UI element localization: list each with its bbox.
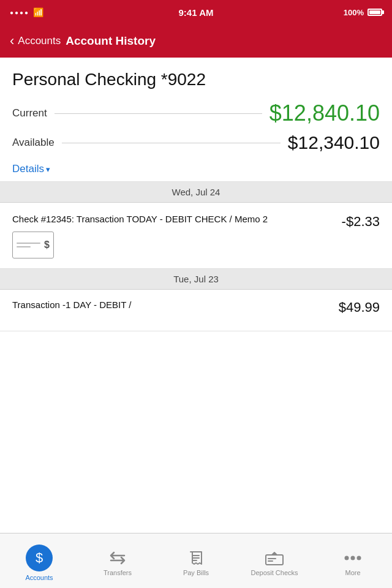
transaction-details: Check #12345: Transaction TODAY - DEBIT … xyxy=(12,213,342,258)
tab-pay-bills[interactable]: Pay Bills xyxy=(157,546,235,576)
dollar-icon: $ xyxy=(36,550,43,566)
tab-label-pay-bills: Pay Bills xyxy=(183,569,209,576)
signal-icon: ●●●● xyxy=(10,9,29,16)
available-amount: $12,340.10 xyxy=(288,132,380,153)
tab-label-more: More xyxy=(345,569,360,576)
current-balance-row: Current $12,840.10 xyxy=(12,100,380,126)
current-label: Current xyxy=(12,107,47,119)
check-lines-icon xyxy=(13,240,44,250)
section-date-2: Tue, Jul 23 xyxy=(173,274,219,284)
account-name: Personal Checking *9022 xyxy=(12,70,380,89)
divider-line-2 xyxy=(62,143,281,143)
wifi-icon: 📶 xyxy=(33,7,43,17)
status-time: 9:41 AM xyxy=(179,7,214,18)
chevron-left-icon: ‹ xyxy=(10,33,14,49)
account-info-section: Personal Checking *9022 Current $12,840.… xyxy=(0,58,392,182)
back-label: Accounts xyxy=(18,35,61,47)
transaction-description-partial: Transaction -1 DAY - DEBIT / xyxy=(12,300,132,310)
battery-percent: 100% xyxy=(344,8,364,17)
tab-label-accounts: Accounts xyxy=(25,574,53,581)
available-balance-row: Available $12,340.10 xyxy=(12,132,380,153)
status-bar-left: ●●●● 📶 xyxy=(10,7,43,17)
current-amount: $12,840.10 xyxy=(270,100,380,126)
section-header-tue: Tue, Jul 23 xyxy=(0,269,392,290)
accounts-icon: $ xyxy=(26,545,53,571)
tab-bar: $ Accounts Transfers Pay Bills xyxy=(0,533,392,588)
transaction-amount-partial: $49.99 xyxy=(339,300,380,315)
tab-accounts[interactable]: $ Accounts xyxy=(0,541,78,581)
divider-line xyxy=(55,113,262,114)
check-line-1 xyxy=(17,243,40,244)
section-header-wed: Wed, Jul 24 xyxy=(0,182,392,203)
available-label: Available xyxy=(12,137,55,149)
check-image-thumbnail[interactable]: $ xyxy=(12,232,54,258)
tab-label-transfers: Transfers xyxy=(104,569,132,576)
status-bar-right: 100% xyxy=(344,8,382,17)
details-label: Details xyxy=(12,163,44,175)
details-button[interactable]: Details ▾ xyxy=(12,163,50,175)
section-date: Wed, Jul 24 xyxy=(172,187,221,197)
svg-rect-3 xyxy=(266,555,283,565)
table-row[interactable]: Check #12345: Transaction TODAY - DEBIT … xyxy=(0,203,392,269)
dollar-sign-icon: $ xyxy=(44,239,53,251)
check-line-2 xyxy=(17,246,31,247)
pay-bills-icon xyxy=(186,549,206,567)
transfers-icon xyxy=(108,549,127,567)
deposit-checks-icon xyxy=(265,549,284,567)
tab-deposit-checks[interactable]: Deposit Checks xyxy=(235,546,314,576)
svg-point-7 xyxy=(351,556,355,560)
svg-point-8 xyxy=(357,556,361,560)
tab-transfers[interactable]: Transfers xyxy=(78,546,157,576)
chevron-down-icon: ▾ xyxy=(46,165,50,174)
svg-point-6 xyxy=(345,556,349,560)
tab-more[interactable]: More xyxy=(314,546,392,576)
transaction-amount: -$2.33 xyxy=(342,214,380,230)
transaction-description: Check #12345: Transaction TODAY - DEBIT … xyxy=(12,213,334,225)
status-bar: ●●●● 📶 9:41 AM 100% xyxy=(0,0,392,24)
table-row[interactable]: Transaction -1 DAY - DEBIT / $49.99 xyxy=(0,290,392,331)
page-title: Account History xyxy=(66,34,156,48)
battery-icon xyxy=(368,9,382,16)
more-icon xyxy=(343,549,363,567)
nav-bar: ‹ Accounts Account History xyxy=(0,24,392,58)
back-button[interactable]: ‹ Accounts xyxy=(10,33,61,49)
tab-label-deposit-checks: Deposit Checks xyxy=(251,569,298,576)
